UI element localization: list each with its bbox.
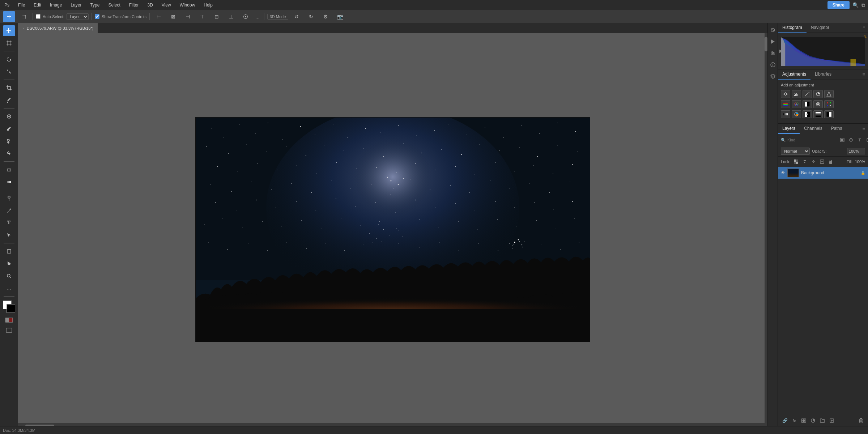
layers-tab[interactable]: Layers bbox=[778, 124, 800, 134]
text-tool[interactable]: T bbox=[3, 217, 15, 228]
canvas-scroll-v[interactable] bbox=[765, 33, 767, 426]
layer-group-btn[interactable] bbox=[818, 417, 826, 425]
menu-image[interactable]: Image bbox=[48, 2, 63, 8]
adj-curves-btn[interactable] bbox=[803, 90, 812, 98]
histogram-tab[interactable]: Histogram bbox=[778, 23, 807, 33]
align-center-v-btn[interactable]: ⊟ bbox=[210, 11, 223, 22]
artboard-tool[interactable] bbox=[3, 38, 15, 48]
menu-help[interactable]: Help bbox=[202, 2, 214, 8]
tab-close[interactable]: × bbox=[22, 26, 25, 30]
brush-tool[interactable] bbox=[3, 123, 15, 134]
3d-mode-badge[interactable]: 3D Mode bbox=[267, 14, 289, 20]
dodge-tool[interactable] bbox=[3, 193, 15, 204]
kind-filter-input[interactable] bbox=[787, 138, 837, 142]
adjustments-tab[interactable]: Adjustments bbox=[778, 69, 810, 80]
align-left-btn[interactable]: ⊢ bbox=[153, 11, 165, 22]
adj-vibrance-btn[interactable] bbox=[824, 90, 834, 98]
canvas-image[interactable] bbox=[196, 118, 590, 342]
arrange-icon[interactable]: ⧉ bbox=[861, 2, 865, 8]
distribute-btn[interactable]: ⦿ bbox=[239, 11, 252, 22]
rotate-cw-btn[interactable]: ↻ bbox=[305, 11, 317, 22]
adj-gradient-map-btn[interactable] bbox=[781, 110, 790, 118]
navigator-tab[interactable]: Navigator bbox=[807, 23, 834, 33]
more-options-btn[interactable]: ... bbox=[254, 14, 261, 20]
lock-image-btn[interactable] bbox=[801, 158, 808, 165]
menu-layer[interactable]: Layer bbox=[69, 2, 83, 8]
align-bottom-btn[interactable]: ⊥ bbox=[225, 11, 237, 22]
layer-visibility-toggle[interactable]: 👁 bbox=[781, 170, 785, 175]
menu-view[interactable]: View bbox=[160, 2, 173, 8]
background-color[interactable] bbox=[7, 304, 15, 313]
lock-artboard-btn[interactable] bbox=[818, 158, 826, 165]
filter-type-btn[interactable]: T bbox=[856, 136, 863, 144]
path-selection-tool[interactable] bbox=[3, 230, 15, 241]
opacity-input[interactable] bbox=[847, 148, 865, 154]
adj-invert-btn[interactable] bbox=[824, 110, 834, 118]
adjustments-panel-icon[interactable] bbox=[769, 49, 777, 57]
gradient-tool[interactable] bbox=[3, 176, 15, 187]
pen-tool[interactable] bbox=[3, 205, 15, 216]
channels-tab[interactable]: Channels bbox=[800, 124, 827, 134]
zoom-tool[interactable] bbox=[3, 271, 15, 281]
histogram-expand-btn[interactable]: ≡ bbox=[860, 23, 868, 33]
libraries-tab[interactable]: Libraries bbox=[810, 69, 836, 80]
adj-colorbalance-btn[interactable] bbox=[792, 100, 801, 108]
clone-stamp-tool[interactable] bbox=[3, 136, 15, 146]
filter-adjustment-btn[interactable] bbox=[847, 136, 855, 144]
more-tools-btn[interactable]: … bbox=[3, 283, 15, 294]
layer-adj-btn[interactable] bbox=[809, 417, 817, 425]
healing-brush-tool[interactable] bbox=[3, 111, 15, 122]
play-action-icon[interactable] bbox=[769, 38, 777, 46]
move-tool-btn[interactable]: ✛ bbox=[3, 11, 15, 22]
info-icon[interactable] bbox=[769, 61, 777, 69]
auto-select-checkbox[interactable] bbox=[36, 14, 41, 19]
3d-camera-btn[interactable]: 📷 bbox=[334, 11, 346, 22]
layer-link-btn[interactable]: 🔗 bbox=[781, 417, 789, 425]
eraser-tool[interactable] bbox=[3, 164, 15, 175]
adj-channelmixer-btn[interactable] bbox=[824, 100, 834, 108]
filter-shape-btn[interactable] bbox=[865, 136, 868, 144]
crop-tool[interactable] bbox=[3, 82, 15, 93]
layer-mask-btn[interactable] bbox=[800, 417, 808, 425]
align-center-h-btn[interactable]: ⊠ bbox=[167, 11, 179, 22]
lock-transparent-btn[interactable] bbox=[792, 158, 800, 165]
adjustments-expand-btn[interactable]: ≡ bbox=[859, 69, 868, 80]
menu-file[interactable]: File bbox=[17, 2, 26, 8]
fill-value[interactable]: 100% bbox=[855, 159, 865, 164]
adj-hsl-btn[interactable] bbox=[781, 100, 790, 108]
magic-wand-tool[interactable] bbox=[3, 66, 15, 77]
3d-tools-btn[interactable]: ⚙ bbox=[319, 11, 332, 22]
rotate-btn[interactable]: ↺ bbox=[290, 11, 303, 22]
menu-window[interactable]: Window bbox=[178, 2, 197, 8]
lasso-tool[interactable] bbox=[3, 54, 15, 65]
menu-select[interactable]: Select bbox=[107, 2, 122, 8]
screen-mode-btn[interactable] bbox=[3, 326, 15, 335]
shape-tool[interactable] bbox=[3, 246, 15, 257]
document-tab[interactable]: × DSC00579.ARW @ 33.3% (RGB/16*) bbox=[18, 23, 98, 33]
layer-new-btn[interactable] bbox=[828, 417, 836, 425]
menu-edit[interactable]: Edit bbox=[32, 2, 43, 8]
adj-posterize-btn[interactable] bbox=[813, 110, 823, 118]
menu-3d[interactable]: 3D bbox=[146, 2, 154, 8]
history-icon[interactable] bbox=[769, 26, 777, 34]
paths-tab[interactable]: Paths bbox=[827, 124, 847, 134]
layer-delete-btn[interactable] bbox=[857, 417, 865, 425]
align-top-btn[interactable]: ⊤ bbox=[196, 11, 208, 22]
share-button[interactable]: Share bbox=[827, 1, 850, 9]
history-brush-tool[interactable] bbox=[3, 148, 15, 159]
layers-panel-icon[interactable] bbox=[769, 72, 777, 80]
search-icon[interactable]: 🔍 bbox=[852, 2, 859, 8]
menu-type[interactable]: Type bbox=[89, 2, 101, 8]
filter-pixel-btn[interactable] bbox=[839, 136, 846, 144]
blend-mode-select[interactable]: Normal Multiply Screen Overlay bbox=[781, 148, 810, 155]
adj-photofilter-btn[interactable] bbox=[813, 100, 823, 108]
artboard-tool-btn[interactable]: ⬚ bbox=[17, 11, 30, 22]
adj-brightness-btn[interactable] bbox=[781, 90, 790, 98]
auto-select-dropdown[interactable]: Layer Group bbox=[67, 13, 89, 20]
transform-controls-checkbox[interactable] bbox=[95, 14, 99, 19]
menu-ps[interactable]: Ps bbox=[3, 2, 11, 8]
canvas-scroll-h[interactable] bbox=[18, 423, 765, 426]
lock-position-btn[interactable]: ✛ bbox=[810, 158, 817, 165]
menu-filter[interactable]: Filter bbox=[128, 2, 140, 8]
quick-mask-btn[interactable] bbox=[3, 316, 15, 324]
